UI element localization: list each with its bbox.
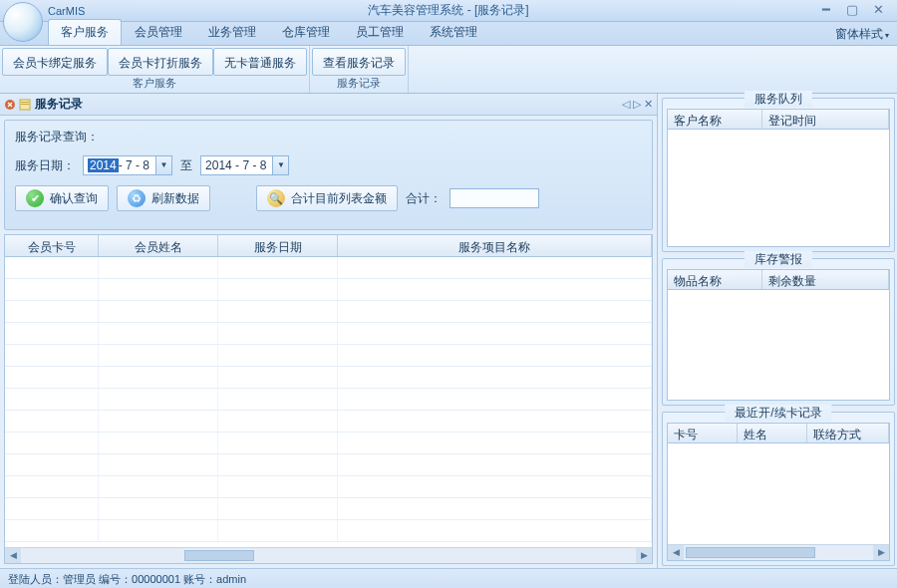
ribbon-group-customer-service: 会员卡绑定服务 会员卡打折服务 无卡普通服务 客户服务 [0,46,310,93]
confirm-query-button[interactable]: ✔ 确认查询 [15,185,109,211]
ribbon-btn-bind-service[interactable]: 会员卡绑定服务 [2,48,108,76]
status-text: 登陆人员：管理员 编号：00000001 账号：admin [8,573,246,585]
col-card-number[interactable]: 会员卡号 [5,235,99,256]
date-label: 服务日期： [15,157,75,174]
date-to-value: 2014 - 7 - 8 [205,158,266,172]
document-tab-controls: ◁ ▷ ✕ [622,98,653,111]
col-customer-name[interactable]: 客户名称 [668,110,762,129]
to-label: 至 [180,157,192,174]
horizontal-scrollbar[interactable]: ◀ ▶ [668,544,889,560]
grid-body[interactable] [668,130,889,246]
panel-service-queue: 服务队列 客户名称 登记时间 [662,98,895,252]
document-tab-title: 服务记录 [35,96,83,113]
check-icon: ✔ [26,189,44,207]
ribbon-tab-staff-mgmt[interactable]: 员工管理 [343,19,417,45]
col-contact[interactable]: 联络方式 [807,424,889,442]
col-member-name[interactable]: 会员姓名 [99,235,218,256]
window-controls: ━ ▢ ✕ [817,4,897,18]
next-tab-icon[interactable]: ▷ [633,98,641,111]
recent-cards-grid: 卡号 姓名 联络方式 ◀ ▶ [667,423,890,561]
side-pane: 服务队列 客户名称 登记时间 库存警报 物品名称 剩余数量 最近开/续卡记录 [658,94,897,568]
panel-title: 最近开/续卡记录 [725,405,831,422]
ribbon-group-service-record: 查看服务记录 服务记录 [310,46,409,93]
ribbon-tab-customer-service[interactable]: 客户服务 [48,19,122,45]
ribbon-tab-business-mgmt[interactable]: 业务管理 [195,19,269,45]
magnifier-icon: 🔍 [267,189,285,207]
sum-column-label: 合计目前列表金额 [291,190,387,207]
col-register-time[interactable]: 登记时间 [762,110,889,129]
user-icon: ♻ [128,189,146,207]
ribbon-btn-discount-service[interactable]: 会员卡打折服务 [108,48,213,76]
ribbon-group-label: 服务记录 [312,76,406,93]
panel-stock-alert: 库存警报 物品名称 剩余数量 [662,258,895,406]
close-tab-icon[interactable] [4,99,16,111]
scroll-right-icon[interactable]: ▶ [636,548,652,563]
grid-header: 物品名称 剩余数量 [668,270,889,290]
close-button[interactable]: ✕ [869,4,887,18]
scroll-left-icon[interactable]: ◀ [668,545,684,560]
col-service-date[interactable]: 服务日期 [218,235,338,256]
document-tabbar: 服务记录 ◁ ▷ ✕ [0,94,657,116]
stock-alert-grid: 物品名称 剩余数量 [667,269,890,401]
prev-tab-icon[interactable]: ◁ [622,98,630,111]
chevron-down-icon[interactable]: ▼ [272,156,288,174]
minimize-button[interactable]: ━ [817,4,835,18]
col-name[interactable]: 姓名 [738,424,807,442]
doc-tab-leading-icons [4,99,31,111]
workspace: 服务记录 ◁ ▷ ✕ 服务记录查询： 服务日期： 2014 - 7 - 8 ▼ … [0,94,897,568]
window-style-label: 窗体样式 [835,27,883,41]
app-title: 汽车美容管理系统 - [服务记录] [368,2,528,19]
sum-label: 合计： [406,190,442,207]
status-bar: 登陆人员：管理员 编号：00000001 账号：admin [0,568,897,588]
col-service-item[interactable]: 服务项目名称 [338,235,652,256]
horizontal-scrollbar[interactable]: ◀ ▶ [5,547,652,563]
close-doc-icon[interactable]: ✕ [644,98,653,111]
scroll-thumb[interactable] [686,547,815,558]
grid-header: 客户名称 登记时间 [668,110,889,130]
scroll-right-icon[interactable]: ▶ [873,545,889,560]
panel-title: 库存警报 [745,251,812,268]
scroll-thumb[interactable] [184,550,254,561]
app-orb[interactable] [3,2,43,42]
ribbon-tabs: 客户服务 会员管理 业务管理 仓库管理 员工管理 系统管理 窗体样式▾ [0,22,897,46]
form-icon [19,99,31,111]
col-item-name[interactable]: 物品名称 [668,270,762,289]
ribbon-tab-member-mgmt[interactable]: 会员管理 [122,19,195,45]
col-remaining-qty[interactable]: 剩余数量 [762,270,889,289]
app-name: CarMIS [48,5,85,17]
query-label: 服务记录查询： [15,129,99,146]
svg-rect-3 [21,104,29,105]
grid-body[interactable] [668,290,889,400]
panel-recent-cards: 最近开/续卡记录 卡号 姓名 联络方式 ◀ ▶ [662,412,895,566]
date-from-picker[interactable]: 2014 - 7 - 8 ▼ [83,155,172,175]
sum-input[interactable] [449,188,539,208]
ribbon-panel: 会员卡绑定服务 会员卡打折服务 无卡普通服务 客户服务 查看服务记录 服务记录 [0,46,897,94]
window-style-menu[interactable]: 窗体样式▾ [835,26,889,43]
filter-panel: 服务记录查询： 服务日期： 2014 - 7 - 8 ▼ 至 2014 - 7 … [4,120,653,230]
refresh-label: 刷新数据 [151,190,199,207]
maximize-button[interactable]: ▢ [843,4,861,18]
chevron-down-icon[interactable]: ▼ [155,156,171,174]
date-from-rest: - 7 - 8 [119,158,150,172]
ribbon-btn-nocard-service[interactable]: 无卡普通服务 [213,48,307,76]
ribbon-group-label: 客户服务 [2,76,307,93]
col-card-no[interactable]: 卡号 [668,424,738,442]
grid-header: 卡号 姓名 联络方式 [668,424,889,443]
records-grid: 会员卡号 会员姓名 服务日期 服务项目名称 ◀ [4,234,653,564]
sum-column-button[interactable]: 🔍 合计目前列表金额 [256,185,398,211]
confirm-query-label: 确认查询 [50,190,98,207]
svg-rect-2 [21,102,29,103]
ribbon-tab-warehouse-mgmt[interactable]: 仓库管理 [269,19,343,45]
ribbon-btn-view-records[interactable]: 查看服务记录 [312,48,406,76]
ribbon-tab-system-mgmt[interactable]: 系统管理 [417,19,490,45]
grid-body[interactable] [5,257,652,547]
panel-title: 服务队列 [745,91,812,108]
scroll-left-icon[interactable]: ◀ [5,548,21,563]
service-queue-grid: 客户名称 登记时间 [667,109,890,247]
grid-body[interactable] [668,443,889,544]
refresh-button[interactable]: ♻ 刷新数据 [117,185,210,211]
date-to-picker[interactable]: 2014 - 7 - 8 ▼ [200,155,289,175]
chevron-down-icon: ▾ [885,31,889,40]
date-from-year: 2014 [88,158,119,172]
main-pane: 服务记录 ◁ ▷ ✕ 服务记录查询： 服务日期： 2014 - 7 - 8 ▼ … [0,94,658,568]
